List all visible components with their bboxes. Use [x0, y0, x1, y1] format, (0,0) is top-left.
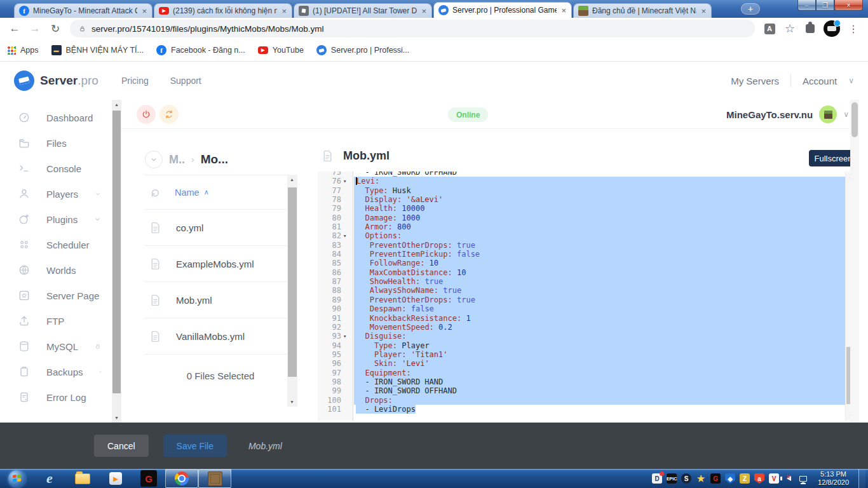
cancel-button[interactable]: Cancel — [94, 435, 149, 457]
bookmark-item[interactable]: Server.pro | Professi... — [316, 45, 409, 55]
code-text[interactable]: Levi: — [354, 177, 845, 186]
shield-tray-icon[interactable]: ◈ — [725, 473, 735, 484]
scroll-down-icon[interactable]: ▼ — [287, 397, 297, 407]
maximize-button[interactable]: ❐ — [816, 0, 834, 11]
garena-tray-icon[interactable]: G — [710, 473, 721, 484]
code-text[interactable]: PreventOtherDrops: true — [354, 241, 845, 250]
sidebar-item[interactable]: Scheduler — [0, 232, 112, 257]
code-text[interactable]: MovementSpeed: 0.2 — [354, 323, 845, 332]
tab-close-icon[interactable]: × — [700, 6, 707, 16]
taskbar-app-chrome[interactable] — [165, 469, 198, 488]
avast-tray-icon[interactable]: a — [754, 473, 764, 484]
sidebar-scrollbar-thumb[interactable] — [112, 111, 121, 393]
sidebar-item[interactable]: Players — [0, 181, 112, 207]
file-list-scrollbar[interactable]: ▲ ▼ — [287, 175, 297, 407]
close-button[interactable]: × — [834, 0, 863, 11]
code-text[interactable]: - IRON_SWORD OFFHAND — [354, 172, 845, 177]
scroll-up-icon[interactable]: ▲ — [287, 175, 297, 184]
code-text[interactable]: FollowRange: 10 — [354, 259, 845, 268]
sidebar-item[interactable]: Files — [0, 130, 112, 156]
code-text[interactable]: Drops: — [354, 396, 845, 405]
sidebar-item[interactable]: Backups — [0, 359, 112, 384]
minimize-button[interactable]: – — [797, 0, 816, 11]
bookmark-item[interactable]: BỆNH VIỆN MÁY TÍ... — [51, 45, 144, 55]
collapse-button[interactable] — [145, 151, 163, 168]
code-text[interactable]: - LeviDrops — [354, 405, 845, 414]
code-text[interactable]: AlwaysShowName: true — [354, 286, 845, 295]
nav-account[interactable]: Account — [803, 76, 837, 86]
browser-tab[interactable]: (1) [UPDATE!] All Star Tower Def × — [294, 3, 432, 18]
reload-button[interactable]: ↻ — [46, 19, 65, 38]
translate-icon[interactable]: A — [760, 19, 779, 38]
page-scrollbar-thumb[interactable] — [851, 102, 858, 137]
code-text[interactable]: - IRON_SWORD HAND — [354, 377, 845, 386]
taskbar-app-explorer[interactable] — [66, 469, 99, 488]
muted-speaker-tray-icon[interactable] — [783, 473, 794, 484]
scroll-up-icon[interactable]: ▲ — [112, 100, 121, 109]
code-text[interactable]: ShowHealth: true — [354, 277, 845, 286]
file-scrollbar-thumb[interactable] — [288, 187, 297, 377]
taskbar-app-minecraft[interactable] — [198, 469, 231, 488]
fold-arrow-icon[interactable]: ▾ — [343, 231, 352, 240]
epic-tray-icon[interactable]: EPIC — [667, 473, 677, 484]
v-tray-icon[interactable]: V — [769, 473, 779, 484]
discord-tray-icon[interactable]: D — [652, 473, 662, 484]
new-tab-button[interactable]: + — [741, 3, 760, 15]
tab-close-icon[interactable]: × — [560, 6, 567, 15]
file-row[interactable]: ExampleMobs.yml — [145, 245, 296, 281]
sidebar-item[interactable]: Server Page — [0, 283, 112, 308]
bookmark-item[interactable]: YouTube — [258, 46, 304, 55]
scroll-down-icon[interactable]: ▼ — [112, 413, 121, 423]
tab-close-icon[interactable]: × — [421, 6, 427, 16]
code-text[interactable]: Disguise: — [354, 332, 845, 341]
browser-tab[interactable]: MineGayTo - Minecraft Attack C × — [14, 3, 153, 18]
sidebar-item[interactable]: MySQL — [0, 334, 112, 359]
site-nav-link[interactable]: Support — [170, 76, 201, 86]
taskbar-app-garena[interactable]: G — [132, 469, 165, 488]
editor-lines[interactable]: 75 - IRON_SWORD OFFHAND76▾Levi:77 Type: … — [318, 172, 845, 421]
breadcrumb-collapsed[interactable]: M.. — [169, 153, 185, 166]
code-text[interactable]: Equipment: — [354, 369, 845, 377]
bookmark-star-icon[interactable]: ☆ — [780, 19, 799, 38]
star-tray-icon[interactable]: ★ — [696, 473, 706, 484]
fold-arrow-icon[interactable]: ▾ — [343, 332, 352, 341]
brand-name[interactable]: Server.pro — [40, 74, 98, 88]
save-file-button[interactable]: Save File — [163, 435, 227, 457]
code-text[interactable]: KnockbackResistance: 1 — [354, 314, 845, 323]
extensions-icon[interactable] — [801, 19, 820, 38]
tab-close-icon[interactable]: × — [281, 6, 287, 16]
nav-my-servers[interactable]: My Servers — [731, 76, 779, 86]
steam-tray-icon[interactable]: S — [681, 473, 691, 484]
back-button[interactable]: ← — [5, 19, 24, 38]
bookmark-item[interactable]: Facebook - Đăng n... — [156, 45, 245, 55]
sidebar-item[interactable]: Dashboard — [0, 105, 112, 130]
sidebar-scrollbar[interactable]: ▲ ▼ — [112, 100, 121, 423]
sidebar-item[interactable]: Error Log — [0, 384, 112, 410]
code-text[interactable]: Display: '&aLevi' — [354, 195, 845, 204]
code-text[interactable]: - IRON_SWORD OFFHAND — [354, 386, 845, 395]
code-text[interactable]: Type: Husk — [354, 186, 845, 195]
refresh-icon[interactable] — [149, 187, 161, 198]
power-button[interactable] — [137, 105, 156, 124]
taskbar-app-wmp[interactable] — [99, 469, 132, 488]
code-text[interactable]: Options: — [354, 231, 845, 240]
code-text[interactable]: Health: 10000 — [354, 204, 845, 213]
code-text[interactable]: MaxCombatDistance: 10 — [354, 268, 845, 277]
server-name-group[interactable]: MineGayTo.serv.nu ∨ — [726, 105, 849, 123]
taskbar-app-start[interactable] — [0, 469, 33, 488]
code-text[interactable]: PreventOtherDrops: true — [354, 295, 845, 304]
show-desktop-button[interactable] — [858, 469, 865, 488]
serverpro-logo-icon[interactable] — [14, 71, 34, 91]
profile-avatar[interactable] — [824, 20, 840, 37]
address-bar[interactable]: server.pro/15741019/files/plugins/Mythic… — [70, 20, 755, 37]
taskbar-app-ie[interactable]: e — [33, 469, 66, 488]
code-editor[interactable]: 75 - IRON_SWORD OFFHAND76▾Levi:77 Type: … — [318, 172, 856, 421]
file-row[interactable]: co.yml — [145, 209, 296, 245]
sidebar-item[interactable]: FTP — [0, 308, 112, 334]
sidebar-item[interactable]: Console — [0, 156, 112, 181]
page-scrollbar[interactable] — [850, 100, 859, 423]
site-nav-link[interactable]: Pricing — [121, 76, 149, 86]
code-text[interactable]: Player: 'Titan1' — [354, 350, 845, 359]
file-row[interactable]: Mob.yml — [145, 281, 296, 318]
browser-tab[interactable]: Server.pro | Professional Game S × — [433, 2, 572, 18]
